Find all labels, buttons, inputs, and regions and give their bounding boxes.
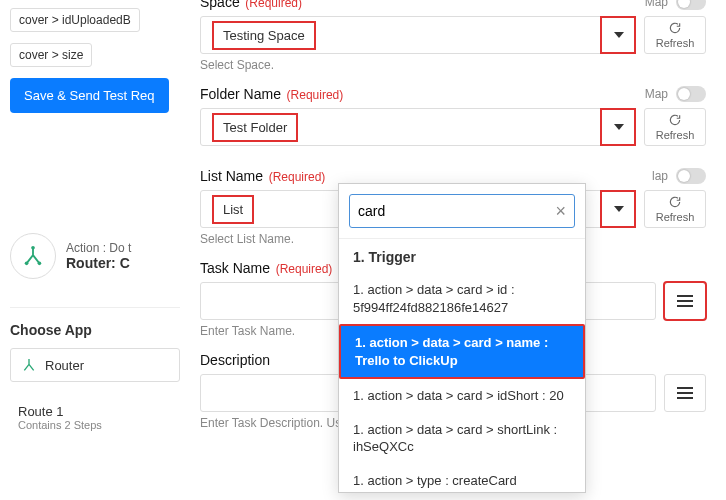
space-helper: Select Space. (200, 58, 706, 72)
popup-item-type-createcard[interactable]: 1. action > type : createCard (339, 464, 585, 492)
hamburger-icon (677, 295, 693, 307)
space-label: Space (200, 0, 240, 10)
folder-select[interactable]: Test Folder (200, 108, 636, 146)
tag-cover-iduploaded[interactable]: cover > idUploadedB (10, 8, 140, 32)
node-title: Router: C (66, 255, 131, 271)
list-label: List Name (200, 168, 263, 184)
folder-value: Test Folder (213, 114, 297, 141)
node-subtitle: Action : Do t (66, 241, 131, 255)
folder-caret[interactable] (601, 109, 635, 145)
chevron-down-icon (614, 32, 624, 38)
folder-refresh-button[interactable]: Refresh (644, 108, 706, 146)
popup-search[interactable]: × (349, 194, 575, 228)
list-caret[interactable] (601, 191, 635, 227)
space-caret[interactable] (601, 17, 635, 53)
svg-point-2 (38, 262, 42, 266)
space-map-toggle[interactable] (676, 0, 706, 10)
desc-map-button[interactable] (664, 374, 706, 412)
list-required: (Required) (269, 170, 326, 184)
svg-point-1 (25, 262, 29, 266)
popup-item-card-shortlink[interactable]: 1. action > data > card > shortLink : ih… (339, 413, 585, 464)
task-label: Task Name (200, 260, 270, 276)
app-name: Router (45, 358, 84, 373)
router-small-icon (21, 357, 37, 373)
chevron-down-icon (614, 206, 624, 212)
chevron-down-icon (614, 124, 624, 130)
list-map-toggle[interactable] (676, 168, 706, 184)
popup-search-input[interactable] (358, 203, 549, 219)
folder-map-toggle[interactable] (676, 86, 706, 102)
task-map-button[interactable] (664, 282, 706, 320)
popup-item-card-name[interactable]: 1. action > data > card > name : Trello … (339, 324, 585, 379)
space-refresh-button[interactable]: Refresh (644, 16, 706, 54)
folder-map-label: Map (645, 87, 668, 101)
svg-point-0 (31, 246, 35, 250)
popup-item-card-idshort[interactable]: 1. action > data > card > idShort : 20 (339, 379, 585, 413)
popup-item-card-id[interactable]: 1. action > data > card > id : 5f994ff24… (339, 273, 585, 324)
list-refresh-button[interactable]: Refresh (644, 190, 706, 228)
refresh-icon (668, 113, 682, 127)
space-map-label: Map (645, 0, 668, 9)
list-value: List (213, 196, 253, 223)
space-value: Testing Space (213, 22, 315, 49)
router-icon (10, 233, 56, 279)
router-node[interactable]: Action : Do t Router: C (10, 223, 180, 279)
route-title: Route 1 (18, 404, 180, 419)
desc-label: Description (200, 352, 270, 368)
app-select[interactable]: Router (10, 348, 180, 382)
space-required: (Required) (245, 0, 302, 10)
popup-trigger-heading: 1. Trigger (339, 239, 585, 273)
clear-search-icon[interactable]: × (555, 201, 566, 222)
folder-label: Folder Name (200, 86, 281, 102)
choose-app-heading: Choose App (10, 322, 180, 338)
task-required: (Required) (276, 262, 333, 276)
folder-required: (Required) (287, 88, 344, 102)
refresh-icon (668, 21, 682, 35)
tag-cover-size[interactable]: cover > size (10, 43, 92, 67)
route-subtitle: Contains 2 Steps (18, 419, 180, 431)
hamburger-icon (677, 387, 693, 399)
refresh-icon (668, 195, 682, 209)
mapping-popup: × 1. Trigger 1. action > data > card > i… (338, 183, 586, 493)
space-select[interactable]: Testing Space (200, 16, 636, 54)
list-map-label: lap (652, 169, 668, 183)
save-send-test-button[interactable]: Save & Send Test Req (10, 78, 169, 113)
route-item[interactable]: Route 1 Contains 2 Steps (10, 404, 180, 431)
